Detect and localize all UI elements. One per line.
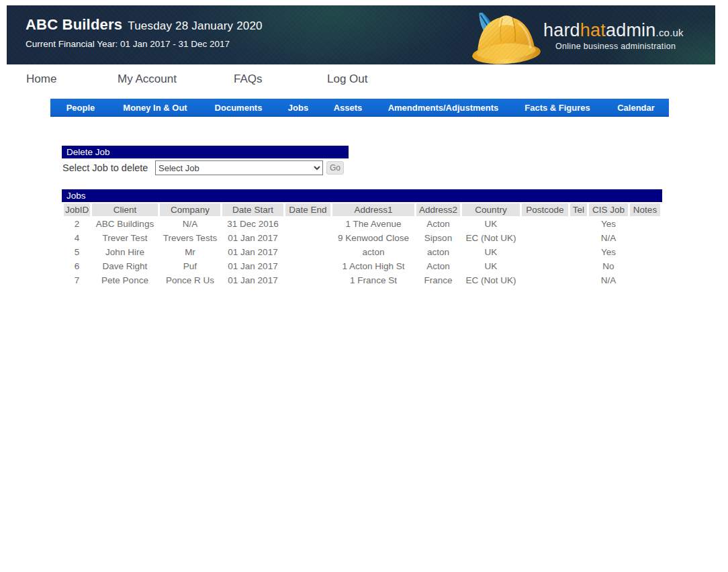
- hard-hat-with-feather-icon: [471, 7, 542, 67]
- table-cell: [630, 260, 660, 273]
- table-cell: Sipson: [416, 232, 460, 244]
- table-cell: acton: [332, 246, 414, 258]
- column-header-cis-job: CIS Job: [589, 203, 628, 216]
- hardhatadmin-logo: hardhatadmin.co.uk Online business admin…: [461, 5, 703, 64]
- top-nav: HomeMy AccountFAQsLog Out: [0, 73, 728, 89]
- current-date: Tuesday 28 January 2020: [128, 19, 263, 32]
- table-cell: Dave Right: [92, 260, 158, 273]
- jobs-header-row: JobIDClientCompanyDate StartDate EndAddr…: [64, 203, 660, 216]
- table-row: 6Dave RightPuf01 Jan 20171 Acton High St…: [64, 260, 660, 273]
- table-cell: [522, 274, 568, 287]
- table-cell: 31 Dec 2016: [222, 218, 283, 230]
- go-button[interactable]: Go: [326, 161, 344, 175]
- column-header-postcode: Postcode: [522, 203, 568, 216]
- main-nav-item-facts-figures[interactable]: Facts & Figures: [525, 103, 590, 113]
- table-cell: John Hire: [92, 246, 158, 258]
- jobs-table-head: JobIDClientCompanyDate StartDate EndAddr…: [64, 203, 660, 216]
- table-cell: Trever Test: [92, 232, 158, 244]
- table-cell: 1 France St: [332, 274, 414, 287]
- table-cell: N/A: [160, 218, 220, 230]
- jobs-table-body: 2ABC BuildingsN/A31 Dec 20161 The Avenue…: [64, 218, 660, 287]
- table-cell: Yes: [589, 218, 628, 230]
- table-cell: 2: [64, 218, 90, 230]
- table-cell: [285, 246, 330, 258]
- table-cell: Yes: [589, 246, 628, 258]
- table-cell: UK: [462, 218, 520, 230]
- column-header-company: Company: [160, 203, 220, 216]
- table-cell: 01 Jan 2017: [222, 246, 283, 258]
- top-nav-item-faqs[interactable]: FAQs: [234, 73, 263, 86]
- table-cell: ABC Buildings: [92, 218, 158, 230]
- table-cell: [285, 232, 330, 244]
- main-nav-item-money-in-out[interactable]: Money In & Out: [123, 103, 187, 113]
- table-cell: [570, 218, 587, 230]
- table-cell: UK: [462, 260, 520, 273]
- table-cell: [285, 274, 330, 287]
- table-cell: [570, 274, 587, 287]
- main-nav-item-jobs[interactable]: Jobs: [288, 103, 308, 113]
- main-nav-item-amendments-adjustments[interactable]: Amendments/Adjustments: [388, 103, 499, 113]
- column-header-jobid: JobID: [64, 203, 90, 216]
- company-name: ABC Builders: [26, 16, 122, 33]
- top-nav-item-my-account[interactable]: My Account: [118, 73, 177, 86]
- table-cell: [522, 246, 568, 258]
- column-header-notes: Notes: [630, 203, 660, 216]
- table-cell: EC (Not UK): [462, 274, 520, 287]
- table-cell: [522, 260, 568, 273]
- column-header-date-end: Date End: [285, 203, 330, 216]
- logo-tagline: Online business administration: [555, 42, 702, 51]
- header-banner: ABC BuildersTuesday 28 January 2020 Curr…: [7, 5, 715, 64]
- column-header-tel: Tel: [570, 203, 587, 216]
- logo-wordmark: hardhatadmin.co.uk: [543, 21, 702, 40]
- column-header-address1: Address1: [332, 203, 414, 216]
- job-select[interactable]: Select Job: [155, 160, 323, 175]
- table-cell: Ponce R Us: [160, 274, 220, 287]
- table-cell: [570, 246, 587, 258]
- table-cell: France: [416, 274, 460, 287]
- company-title: ABC BuildersTuesday 28 January 2020: [26, 16, 263, 34]
- column-header-address2: Address2: [416, 203, 460, 216]
- table-cell: 4: [64, 232, 90, 244]
- table-cell: [285, 260, 330, 273]
- table-cell: [285, 218, 330, 230]
- main-nav-item-documents[interactable]: Documents: [215, 103, 263, 113]
- table-cell: 01 Jan 2017: [222, 274, 283, 287]
- main-nav-item-assets[interactable]: Assets: [334, 103, 363, 113]
- delete-job-section-header: Delete Job: [62, 146, 349, 158]
- table-cell: Puf: [160, 260, 220, 273]
- table-cell: Trevers Tests: [160, 232, 220, 244]
- main-nav: PeopleMoney In & OutDocumentsJobsAssetsA…: [50, 99, 669, 117]
- table-cell: UK: [462, 246, 520, 258]
- table-cell: [570, 260, 587, 273]
- table-cell: 1 Acton High St: [332, 260, 414, 273]
- table-cell: N/A: [589, 232, 628, 244]
- main-nav-item-calendar[interactable]: Calendar: [617, 103, 655, 113]
- table-cell: [570, 232, 587, 244]
- table-cell: 5: [64, 246, 90, 258]
- top-nav-item-log-out[interactable]: Log Out: [327, 73, 368, 86]
- table-cell: [630, 274, 660, 287]
- table-cell: Acton: [416, 260, 460, 273]
- main-nav-item-people[interactable]: People: [66, 103, 95, 113]
- table-row: 2ABC BuildingsN/A31 Dec 20161 The Avenue…: [64, 218, 660, 230]
- table-row: 4Trever TestTrevers Tests01 Jan 20179 Ke…: [64, 232, 660, 244]
- table-cell: Mr: [160, 246, 220, 258]
- table-row: 7Pete PoncePonce R Us01 Jan 20171 France…: [64, 274, 660, 287]
- top-nav-item-home[interactable]: Home: [26, 73, 56, 86]
- table-row: 5John HireMr01 Jan 2017actonactonUKYes: [64, 246, 660, 258]
- table-cell: No: [589, 260, 628, 273]
- table-cell: 01 Jan 2017: [222, 232, 283, 244]
- table-cell: 6: [64, 260, 90, 273]
- table-cell: Acton: [416, 218, 460, 230]
- delete-job-label: Select Job to delete: [62, 162, 148, 173]
- table-cell: Pete Ponce: [92, 274, 158, 287]
- table-cell: EC (Not UK): [462, 232, 520, 244]
- jobs-table: JobIDClientCompanyDate StartDate EndAddr…: [62, 202, 662, 288]
- table-cell: [522, 218, 568, 230]
- table-cell: 9 Kenwood Close: [332, 232, 414, 244]
- column-header-country: Country: [462, 203, 520, 216]
- column-header-client: Client: [92, 203, 158, 216]
- column-header-date-start: Date Start: [222, 203, 283, 216]
- table-cell: acton: [416, 246, 460, 258]
- table-cell: [522, 232, 568, 244]
